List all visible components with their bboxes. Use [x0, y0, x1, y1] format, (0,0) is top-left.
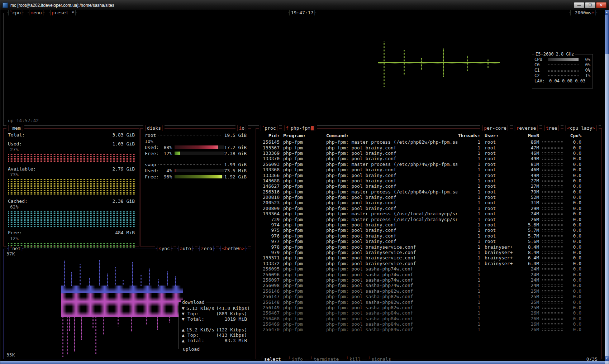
- preset-button[interactable]: preset *: [48, 10, 78, 15]
- process-mem: 5.6M: [520, 239, 539, 244]
- process-cpu-graph: [542, 312, 563, 314]
- process-row[interactable]: 256147 php-fpm php-fpm: pool sasha-php82…: [260, 294, 601, 299]
- process-row[interactable]: 975 php-fpm php-fpm: pool brainy.conf 1 …: [260, 227, 601, 233]
- process-row[interactable]: 256146 php-fpm php-fpm: pool sasha-php82…: [260, 288, 601, 294]
- mem-meter-graph: [8, 243, 135, 248]
- disk-used-meter: [175, 145, 224, 149]
- per-core-toggle[interactable]: per-core: [480, 125, 510, 131]
- minimize-button[interactable]: —: [574, 2, 584, 8]
- process-row[interactable]: 256467 php-fpm php-fpm: pool sasha-php84…: [260, 310, 601, 316]
- process-row[interactable]: 977 php-fpm php-fpm: pool brainy.conf 1 …: [260, 239, 601, 244]
- tree-toggle[interactable]: tree: [542, 125, 561, 131]
- interface-prev-button[interactable]: b: [225, 246, 228, 251]
- process-row[interactable]: 979 php-fpm php-fpm: pool brainyservice.…: [260, 250, 601, 255]
- download-top-row: ▼ Top: (889 Kibps): [182, 311, 247, 316]
- io-toggle[interactable]: io: [235, 125, 248, 131]
- process-mem: 24M: [520, 266, 539, 272]
- process-program: php-fpm: [280, 233, 323, 239]
- process-pid: 976: [260, 233, 280, 239]
- process-cpu: 0.0: [566, 162, 581, 167]
- process-cpu: 0.0: [566, 206, 581, 211]
- process-row[interactable]: 133367 php-fpm php-fpm: pool brainy.conf…: [260, 145, 601, 150]
- process-row[interactable]: 256149 php-fpm php-fpm: pool sasha-php82…: [260, 305, 601, 310]
- process-row[interactable]: 256098 php-fpm php-fpm: pool sasha-php74…: [260, 283, 601, 288]
- download-graph: [61, 253, 183, 293]
- process-cpu: 0.0: [566, 178, 581, 183]
- process-cpu: 0.0: [566, 217, 581, 222]
- reverse-toggle[interactable]: reverse: [513, 125, 539, 131]
- process-program: php-fpm: [280, 173, 323, 178]
- zero-toggle[interactable]: zero: [198, 246, 216, 251]
- process-cpu: 0.0: [566, 321, 581, 327]
- scroll-up-arrow[interactable]: ▲: [605, 10, 609, 15]
- process-row[interactable]: 256316 php-fpm php-fpm: master process (…: [260, 189, 601, 195]
- interval-decrease-button[interactable]: -: [572, 10, 575, 15]
- load-average-row: LAV: 0.04 0.08 0.03: [534, 78, 590, 84]
- process-row[interactable]: 256468 php-fpm php-fpm: pool sasha-php84…: [260, 316, 601, 321]
- vertical-scrollbar-thumb[interactable]: [605, 15, 609, 54]
- process-row[interactable]: 256145 php-fpm php-fpm: master process (…: [260, 139, 601, 145]
- process-filter-input[interactable]: fphp-fpm: [282, 125, 317, 131]
- titlebar[interactable]: mc [root@a202.itdeveloper.com.ua]:/home/…: [0, 0, 609, 10]
- cpu-graph-baseline: [378, 62, 500, 63]
- process-program: php-fpm: [280, 227, 323, 233]
- scroll-down-arrow[interactable]: ▼: [605, 356, 609, 361]
- process-row[interactable]: 133364 php-fpm php-fpm: master process (…: [260, 211, 601, 216]
- panel-number: ³: [10, 246, 12, 249]
- panel-number: ¹: [10, 10, 12, 14]
- process-table-header: Pid: Program: Command: Threads: User: Me…: [260, 133, 601, 138]
- process-command: php-fpm: pool sasha-php84w.conf: [323, 316, 457, 321]
- sort-prev-button[interactable]: <: [567, 125, 570, 131]
- process-command: php-fpm: pool sasha-php82w.conf: [323, 305, 457, 310]
- process-cpu-graph: [542, 179, 563, 182]
- process-row[interactable]: 200523 php-fpm php-fpm: pool brainy.conf…: [260, 200, 601, 205]
- process-threads: 1: [457, 217, 480, 222]
- auto-toggle[interactable]: auto: [176, 246, 195, 251]
- process-row[interactable]: 133372 php-fpm php-fpm: pool brainyservi…: [260, 261, 601, 266]
- process-row[interactable]: 133368 php-fpm php-fpm: pool brainy.conf…: [260, 167, 601, 172]
- process-program: php-fpm: [280, 283, 323, 288]
- process-row[interactable]: 256095 php-fpm php-fpm: pool sasha-php74…: [260, 266, 601, 272]
- process-row[interactable]: 133371 php-fpm php-fpm: pool brainyservi…: [260, 255, 601, 260]
- process-row[interactable]: 256470 php-fpm php-fpm: pool sasha-php84…: [260, 327, 601, 332]
- process-cpu: 0.0: [566, 288, 581, 294]
- process-mem: 8.4M: [520, 244, 539, 250]
- mem-meter-percent: 62%: [8, 204, 135, 210]
- process-row[interactable]: 256093 php-fpm php-fpm: master process (…: [260, 162, 601, 167]
- process-row[interactable]: 133370 php-fpm php-fpm: pool brainy.conf…: [260, 156, 601, 161]
- process-cpu-graph: [542, 257, 563, 259]
- download-speed-row: ▼ 5.13 KiB/s (41.0 Kibps): [182, 306, 247, 311]
- interval-increase-button[interactable]: +: [591, 10, 594, 15]
- process-command: php-fpm: pool sasha-php84w.conf: [323, 327, 457, 332]
- mem-meter: Available: 2.79 GiB 73%: [8, 166, 135, 195]
- process-row[interactable]: 739 php-fpm php-fpm: master process (/us…: [260, 216, 601, 222]
- process-row[interactable]: 133366 php-fpm php-fpm: pool brainy.conf…: [260, 172, 601, 178]
- process-pid: 133372: [260, 261, 280, 266]
- process-row[interactable]: 256096 php-fpm php-fpm: pool sasha-php74…: [260, 272, 601, 277]
- process-row[interactable]: 146627 php-fpm php-fpm: pool brainy.conf…: [260, 183, 601, 189]
- process-row[interactable]: 978 php-fpm php-fpm: pool brainyservice.…: [260, 244, 601, 249]
- process-mem: 24M: [520, 277, 539, 283]
- maximize-button[interactable]: ❐: [585, 2, 595, 8]
- sort-next-button[interactable]: >: [592, 125, 595, 131]
- process-row[interactable]: 256469 php-fpm php-fpm: pool sasha-php84…: [260, 321, 601, 327]
- process-row[interactable]: 974 php-fpm php-fpm: pool brainy.conf 1 …: [260, 222, 601, 227]
- process-row[interactable]: 143688 php-fpm php-fpm: pool brainy.conf…: [260, 178, 601, 183]
- process-cpu: 0.0: [566, 255, 581, 260]
- disk-io-row: IO%: [145, 138, 247, 144]
- horizontal-scrollbar[interactable]: [0, 361, 605, 364]
- process-row[interactable]: 256097 php-fpm php-fpm: pool sasha-php74…: [260, 277, 601, 283]
- close-button[interactable]: ✕: [596, 2, 606, 8]
- process-row[interactable]: 133369 php-fpm php-fpm: pool brainy.conf…: [260, 150, 601, 156]
- menu-button[interactable]: menu: [27, 10, 46, 15]
- process-row[interactable]: 200809 php-fpm php-fpm: pool brainy.conf…: [260, 206, 601, 211]
- interface-next-button[interactable]: n: [239, 246, 242, 251]
- process-cpu: 0.0: [566, 183, 581, 189]
- process-row[interactable]: 200810 php-fpm php-fpm: pool brainy.conf…: [260, 195, 601, 200]
- process-row[interactable]: 256148 php-fpm php-fpm: pool sasha-php82…: [260, 299, 601, 305]
- process-row[interactable]: 976 php-fpm php-fpm: pool brainy.conf 1 …: [260, 233, 601, 239]
- mem-meter-value: 2.79 GiB: [112, 166, 135, 172]
- vertical-scrollbar[interactable]: ▲ ▼: [605, 10, 609, 361]
- sync-toggle[interactable]: sync: [155, 246, 173, 251]
- process-command: php-fpm: pool brainyservice.conf: [323, 261, 457, 266]
